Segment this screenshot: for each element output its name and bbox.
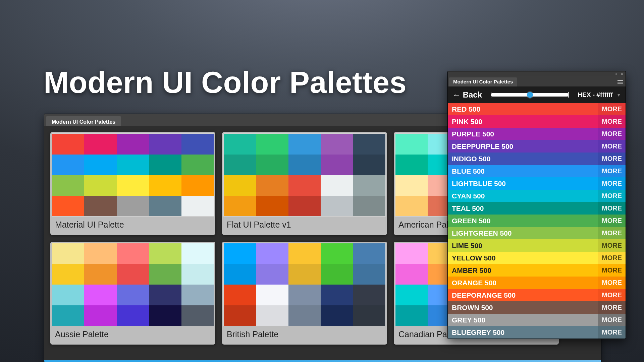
more-button[interactable]: MORE	[598, 252, 626, 264]
swatch	[52, 175, 84, 196]
swatch	[149, 264, 181, 285]
swatch	[117, 155, 149, 175]
color-row[interactable]: CYAN 500MORE	[448, 190, 626, 202]
color-row[interactable]: BROWN 500MORE	[448, 301, 626, 314]
more-button[interactable]: MORE	[598, 277, 626, 289]
card-title: Material UI Palette	[52, 217, 214, 234]
color-row-label: LIME 500	[448, 239, 598, 252]
color-row-label: BLUE 500	[448, 165, 598, 177]
swatch	[256, 264, 288, 285]
color-row[interactable]: GREEN 500MORE	[448, 215, 626, 227]
swatch	[395, 243, 428, 264]
more-button[interactable]: MORE	[598, 115, 626, 128]
swatch	[117, 175, 149, 196]
swatch	[181, 243, 214, 264]
palette-tabbar: Modern UI Color Palettes	[448, 76, 626, 87]
color-row[interactable]: GREY 500MORE	[448, 314, 626, 326]
color-row-label: GREY 500	[448, 314, 598, 326]
swatch	[52, 155, 84, 175]
color-row-label: PURPLE 500	[448, 128, 598, 140]
slider-thumb[interactable]	[527, 92, 533, 98]
swatch	[224, 285, 256, 305]
swatch	[84, 243, 116, 264]
swatch	[224, 196, 256, 217]
more-button[interactable]: MORE	[598, 289, 626, 301]
swatch	[149, 175, 181, 196]
palette-card[interactable]: British Palette	[222, 242, 387, 345]
more-button[interactable]: MORE	[598, 314, 626, 326]
swatch	[288, 305, 321, 326]
color-row-label: BROWN 500	[448, 301, 598, 314]
hex-display[interactable]: HEX - #ffffff ▼	[578, 91, 621, 99]
more-button[interactable]: MORE	[598, 140, 626, 153]
swatch	[117, 305, 149, 326]
back-button[interactable]: ← Back	[452, 90, 482, 100]
swatch	[353, 196, 385, 217]
page-title: Modern UI Color Palettes	[44, 65, 407, 100]
color-row[interactable]: RED 500MORE	[448, 103, 626, 115]
color-row[interactable]: YELLOW 500MORE	[448, 252, 626, 264]
swatch	[181, 285, 214, 305]
swatch	[224, 175, 256, 196]
palette-card[interactable]: Aussie Palette	[50, 242, 215, 345]
swatch	[395, 264, 428, 285]
more-button[interactable]: MORE	[598, 190, 626, 202]
more-button[interactable]: MORE	[598, 153, 626, 165]
swatch	[395, 134, 428, 155]
close-icon[interactable]: ✕	[621, 72, 623, 76]
color-row[interactable]: DEEPORANGE 500MORE	[448, 289, 626, 301]
horizontal-scrollbar[interactable]	[44, 360, 601, 362]
more-button[interactable]: MORE	[598, 103, 626, 115]
more-button[interactable]: MORE	[598, 202, 626, 215]
color-row[interactable]: PINK 500MORE	[448, 115, 626, 128]
swatch	[84, 175, 116, 196]
swatch	[84, 155, 116, 175]
color-row[interactable]: AMBER 500MORE	[448, 264, 626, 277]
swatch	[288, 285, 321, 305]
main-tab-active[interactable]: Modern UI Color Palettes	[46, 116, 121, 126]
more-button[interactable]: MORE	[598, 128, 626, 140]
panel-menu-icon[interactable]	[618, 77, 623, 86]
more-button[interactable]: MORE	[598, 239, 626, 252]
color-row[interactable]: BLUE 500MORE	[448, 165, 626, 177]
color-row-label: AMBER 500	[448, 264, 598, 277]
palette-tab-active[interactable]: Modern UI Color Palettes	[449, 77, 517, 86]
more-button[interactable]: MORE	[598, 215, 626, 227]
color-row-label: INDIGO 500	[448, 153, 598, 165]
panel-chrome: « ✕	[448, 71, 626, 76]
hex-value: HEX - #ffffff	[578, 91, 612, 98]
color-row[interactable]: DEEPPURPLE 500MORE	[448, 140, 626, 153]
shade-slider[interactable]	[491, 93, 569, 97]
more-button[interactable]: MORE	[598, 227, 626, 239]
swatch	[149, 134, 181, 155]
color-row-label: GREEN 500	[448, 215, 598, 227]
swatch	[256, 243, 288, 264]
palette-card[interactable]: Flat UI Palette v1	[222, 132, 387, 235]
color-row[interactable]: INDIGO 500MORE	[448, 153, 626, 165]
color-row-label: LIGHTBLUE 500	[448, 177, 598, 190]
color-row[interactable]: ORANGE 500MORE	[448, 277, 626, 289]
swatch	[117, 243, 149, 264]
swatch	[224, 264, 256, 285]
more-button[interactable]: MORE	[598, 264, 626, 277]
swatch	[353, 155, 385, 175]
color-row[interactable]: LIGHTBLUE 500MORE	[448, 177, 626, 190]
color-row-label: BLUEGREY 500	[448, 326, 598, 339]
color-row[interactable]: PURPLE 500MORE	[448, 128, 626, 140]
palette-card[interactable]: Material UI Palette	[50, 132, 215, 235]
color-row-label: CYAN 500	[448, 190, 598, 202]
color-row-label: PINK 500	[448, 115, 598, 128]
swatch	[256, 285, 288, 305]
color-row[interactable]: BLUEGREY 500MORE	[448, 326, 626, 339]
more-button[interactable]: MORE	[598, 177, 626, 190]
color-row[interactable]: TEAL 500MORE	[448, 202, 626, 215]
more-button[interactable]: MORE	[598, 165, 626, 177]
swatch	[52, 285, 84, 305]
collapse-icon[interactable]: «	[615, 72, 618, 76]
more-button[interactable]: MORE	[598, 301, 626, 314]
swatch	[395, 175, 428, 196]
color-row[interactable]: LIGHTGREEN 500MORE	[448, 227, 626, 239]
color-row[interactable]: LIME 500MORE	[448, 239, 626, 252]
swatch	[395, 155, 428, 175]
more-button[interactable]: MORE	[598, 326, 626, 339]
